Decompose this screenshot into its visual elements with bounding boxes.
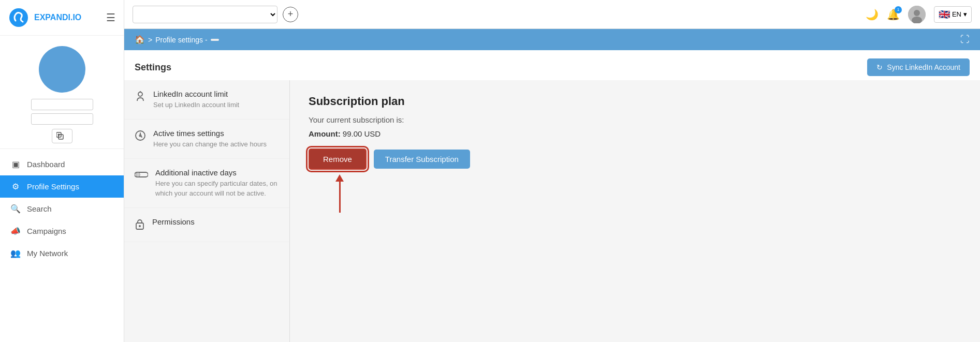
- language-selector[interactable]: 🇬🇧 EN ▾: [934, 6, 972, 23]
- breadcrumb-profile-name: [211, 39, 219, 41]
- menu-desc-active-times: Here you can change the active hours: [153, 140, 267, 149]
- breadcrumb: 🏠 > Profile settings -: [135, 35, 219, 44]
- settings-menu-item-inactive-days[interactable]: Additional inactive days Here you can sp…: [124, 159, 289, 207]
- svg-point-14: [139, 225, 141, 227]
- flag-icon: 🇬🇧: [939, 9, 950, 20]
- svg-point-0: [9, 8, 28, 27]
- settings-wrapper: Settings ↻ Sync LinkedIn Account LinkedI…: [124, 50, 980, 342]
- profile-icon-button[interactable]: [52, 129, 72, 143]
- fullscreen-icon[interactable]: ⛶: [960, 34, 970, 45]
- main-content: + 🌙 🔔 1 🇬🇧 EN ▾ 🏠 > Profile settings -: [124, 0, 980, 342]
- profile-switch-icon: [56, 132, 68, 140]
- settings-menu-item-active-times[interactable]: Active times settings Here you can chang…: [124, 120, 289, 159]
- breadcrumb-separator: >: [148, 36, 152, 44]
- amount-label: Amount:: [309, 129, 341, 138]
- svg-point-3: [57, 134, 60, 136]
- search-icon: 🔍: [10, 204, 21, 214]
- linkedin-limit-icon: [135, 91, 146, 105]
- breadcrumb-bar: 🏠 > Profile settings - ⛶: [124, 29, 980, 50]
- subscription-actions: Remove Transfer Subscription: [309, 148, 961, 170]
- settings-content: Subscription plan Your current subscript…: [290, 80, 980, 342]
- campaigns-icon: 📣: [10, 226, 21, 236]
- subscription-title: Subscription plan: [309, 95, 961, 108]
- sidebar-item-my-network[interactable]: 👥 My Network: [0, 242, 124, 264]
- sidebar-item-campaigns[interactable]: 📣 Campaigns: [0, 220, 124, 242]
- sidebar-item-label: Search: [27, 204, 52, 213]
- topbar: + 🌙 🔔 1 🇬🇧 EN ▾: [124, 0, 980, 29]
- menu-label-inactive-days: Additional inactive days: [155, 168, 279, 177]
- settings-menu: LinkedIn account limit Set up LinkedIn a…: [124, 80, 290, 342]
- menu-label-active-times: Active times settings: [153, 129, 267, 138]
- sidebar-item-label: My Network: [27, 249, 68, 258]
- chevron-down-icon: ▾: [963, 10, 967, 18]
- sidebar-item-label: Profile Settings: [27, 182, 79, 191]
- subscription-current-label: Your current subscription is:: [309, 115, 961, 124]
- sidebar-logo: EXPANDI.IO ☰: [0, 0, 124, 36]
- sidebar-nav: ▣ Dashboard ⚙ Profile Settings 🔍 Search …: [0, 149, 124, 342]
- settings-icon: ⚙: [10, 182, 21, 191]
- sync-label: Sync LinkedIn Account: [887, 63, 960, 71]
- sync-linkedin-button[interactable]: ↻ Sync LinkedIn Account: [867, 58, 970, 76]
- home-icon[interactable]: 🏠: [135, 35, 145, 44]
- logo-icon: [8, 7, 29, 28]
- sidebar-item-label: Dashboard: [27, 160, 65, 169]
- remove-button[interactable]: Remove: [309, 148, 367, 170]
- annotation-arrow: [335, 175, 344, 213]
- settings-header: Settings ↻ Sync LinkedIn Account: [124, 50, 980, 80]
- sidebar-item-label: Campaigns: [27, 227, 66, 235]
- permissions-icon: [135, 218, 145, 232]
- sidebar-item-search[interactable]: 🔍 Search: [0, 198, 124, 220]
- dark-mode-icon[interactable]: 🌙: [866, 8, 879, 21]
- notifications-icon[interactable]: 🔔 1: [887, 8, 900, 21]
- breadcrumb-page: Profile settings -: [155, 36, 207, 44]
- settings-menu-item-permissions[interactable]: Permissions: [124, 208, 289, 242]
- profile-subtitle-input[interactable]: [31, 113, 93, 125]
- sidebar-profile-section: [0, 36, 124, 149]
- menu-label-linkedin-limit: LinkedIn account limit: [153, 90, 239, 98]
- profile-name-input[interactable]: [31, 99, 93, 110]
- menu-desc-inactive-days: Here you can specify particular dates, o…: [155, 179, 279, 198]
- svg-point-5: [914, 10, 920, 16]
- transfer-subscription-button[interactable]: Transfer Subscription: [374, 150, 470, 169]
- sidebar: EXPANDI.IO ☰ ▣ Dashboard ⚙ Profile Setti…: [0, 0, 124, 342]
- topbar-right: 🌙 🔔 1 🇬🇧 EN ▾: [866, 6, 972, 23]
- language-label: EN: [952, 10, 961, 18]
- settings-title: Settings: [135, 62, 171, 73]
- settings-body: LinkedIn account limit Set up LinkedIn a…: [124, 80, 980, 342]
- arrow-line: [339, 182, 341, 213]
- svg-point-7: [138, 92, 142, 96]
- menu-desc-linkedin-limit: Set up LinkedIn account limit: [153, 100, 239, 110]
- network-icon: 👥: [10, 248, 21, 258]
- menu-label-permissions: Permissions: [152, 217, 195, 226]
- inactive-days-icon: [135, 169, 148, 181]
- svg-point-12: [136, 173, 140, 177]
- profile-selector[interactable]: [133, 6, 277, 23]
- add-profile-button[interactable]: +: [283, 7, 298, 22]
- avatar: [39, 46, 85, 93]
- arrow-head: [335, 174, 344, 182]
- active-times-icon: [135, 130, 146, 144]
- settings-menu-item-linkedin-limit[interactable]: LinkedIn account limit Set up LinkedIn a…: [124, 80, 289, 120]
- notification-badge: 1: [895, 6, 902, 13]
- sidebar-item-profile-settings[interactable]: ⚙ Profile Settings: [0, 175, 124, 198]
- sidebar-item-dashboard[interactable]: ▣ Dashboard: [0, 153, 124, 175]
- logo-text: EXPANDI.IO: [34, 13, 81, 22]
- user-avatar-button[interactable]: [908, 6, 926, 23]
- sync-icon: ↻: [876, 63, 883, 71]
- amount-value: 99.00 USD: [343, 129, 381, 138]
- subscription-amount: Amount: 99.00 USD: [309, 129, 961, 138]
- hamburger-icon[interactable]: ☰: [106, 11, 115, 24]
- dashboard-icon: ▣: [10, 159, 21, 169]
